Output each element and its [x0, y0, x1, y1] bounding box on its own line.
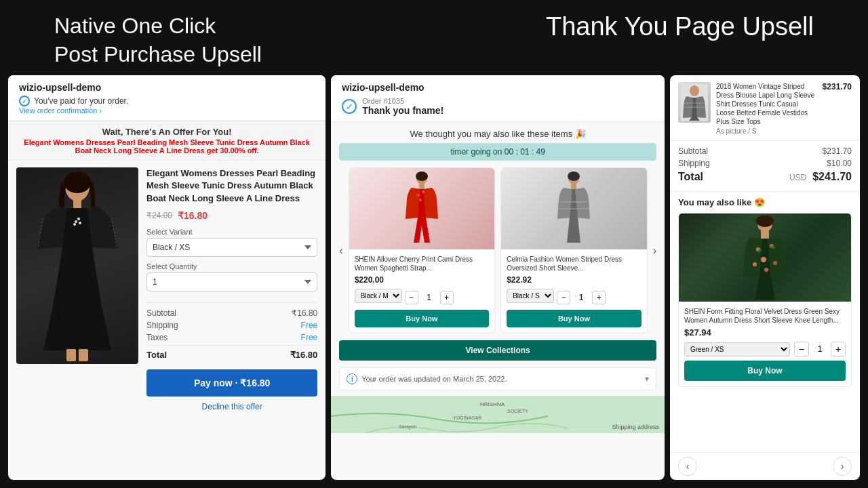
info-icon: i [347, 373, 357, 384]
svg-point-14 [419, 199, 422, 201]
svg-text:SOCIETY: SOCIETY [507, 409, 528, 413]
total-value: ₹16.80 [290, 350, 318, 360]
lp-paid-text: You've paid for your order. [34, 96, 128, 106]
mp-store-name: wizio-upsell-demo [342, 82, 654, 93]
lp-sale-price: ₹16.80 [178, 210, 208, 221]
mp-map: HRISHNA SOCIETY YOGINAGAR Sarayon Shippi… [331, 396, 665, 433]
mp-view-collections-button[interactable]: View Collections [339, 340, 656, 361]
mp-order-update: i Your order was updated on March 25, 20… [339, 367, 656, 390]
lp-original-price: ₹24.00 [146, 211, 172, 220]
mp-qty-decrease-2[interactable]: − [557, 291, 570, 304]
mp-qty-decrease-1[interactable]: − [405, 291, 418, 304]
rp-subtotal-value: $231.70 [823, 146, 852, 156]
rp-buy-button[interactable]: Buy Now [684, 361, 846, 381]
svg-point-4 [77, 218, 80, 220]
mp-product-card-1: SHEIN Allover Cherry Print Cami Dress Wo… [349, 167, 496, 333]
taxes-value: Free [301, 333, 318, 342]
rp-next-button[interactable]: › [833, 457, 852, 476]
header-right-title: Thank You Page Upsell [546, 12, 814, 41]
svg-rect-8 [79, 349, 88, 361]
svg-text:YOGINAGAR: YOGINAGAR [453, 415, 481, 420]
rp-upsell-name: SHEIN Form Fitting Floral Velvet Dress G… [684, 307, 846, 325]
rp-nav-buttons: ‹ › [670, 452, 860, 480]
svg-point-16 [568, 171, 580, 181]
rp-upsell-controls: Green / XS − 1 + [684, 342, 846, 357]
svg-point-26 [690, 85, 699, 96]
chevron-down-icon: ▾ [645, 374, 649, 384]
svg-point-13 [422, 190, 425, 193]
subtotal-label: Subtotal [146, 308, 176, 318]
mp-qty-increase-2[interactable]: + [592, 291, 606, 304]
mp-buy-btn-1[interactable]: Buy Now [355, 310, 490, 327]
rp-total-label: Total [678, 171, 703, 183]
rp-order-info: 2018 Women Vintage Striped Dress Blouse … [716, 82, 817, 135]
lp-variant-label: Select Variant [146, 228, 317, 236]
mp-header: wizio-upsell-demo ✓ Order #1035 Thank yo… [331, 75, 665, 122]
mp-prod-name-2: Celmia Fashion Women Striped Dress Overs… [507, 255, 642, 272]
rp-qty-val: 1 [813, 344, 827, 354]
mp-order-update-text: Your order was updated on March 25, 2022… [361, 375, 507, 383]
svg-point-3 [75, 220, 77, 223]
shipping-label: Shipping [146, 321, 178, 330]
mp-product-image-2 [501, 168, 647, 249]
taxes-label: Taxes [146, 333, 167, 342]
svg-rect-17 [571, 184, 576, 189]
left-panel: wizio-upsell-demo ✓ You've paid for your… [8, 75, 326, 480]
mp-product-card-2: Celmia Fashion Women Striped Dress Overs… [500, 167, 648, 333]
rp-order-variant: As picture / S [716, 127, 817, 135]
header-left: Native One ClickPost Purchase Upsell [54, 12, 262, 68]
lp-image-wrap [16, 167, 138, 473]
header-left-line2: Post Purchase Upsell [54, 42, 262, 66]
rp-upsell-image [679, 214, 851, 302]
svg-text:HRISHNA: HRISHNA [480, 401, 505, 407]
lp-variant-select[interactable]: Black / XS [146, 238, 317, 257]
rp-order-thumb [678, 82, 711, 123]
rp-upsell-variant-select[interactable]: Green / XS [684, 342, 790, 357]
rp-order-item: 2018 Women Vintage Striped Dress Blouse … [670, 75, 860, 141]
header-right: Thank You Page Upsell [546, 12, 814, 41]
mp-buy-btn-2[interactable]: Buy Now [507, 310, 642, 327]
header-left-line1: Native One Click [54, 14, 216, 38]
mp-thank-you: Thank you fname! [362, 105, 443, 116]
rp-qty-decrease[interactable]: − [794, 342, 809, 357]
lp-decline-link[interactable]: Decline this offer [146, 402, 317, 411]
mp-variant-select-2[interactable]: Black / S [507, 289, 554, 303]
mp-prod-name-1: SHEIN Allover Cherry Print Cami Dress Wo… [355, 255, 490, 272]
mp-variant-select-1[interactable]: Black / M [355, 289, 402, 303]
rp-order-price: $231.70 [823, 82, 852, 92]
lp-pay-button[interactable]: Pay now · ₹16.80 [146, 369, 317, 396]
lp-view-link[interactable]: View order confirmation › [19, 106, 315, 115]
rp-subtotal-label: Subtotal [678, 146, 708, 156]
rp-qty-increase[interactable]: + [831, 342, 846, 357]
mp-shipping-address-label: Shipping address [612, 424, 659, 430]
mp-prod-info-2: Celmia Fashion Women Striped Dress Overs… [501, 249, 647, 333]
lp-header: wizio-upsell-demo ✓ You've paid for your… [8, 75, 326, 121]
mp-prev-button[interactable]: ‹ [339, 204, 342, 298]
mp-qty-val-1: 1 [421, 293, 437, 302]
rp-totals: Subtotal $231.70 Shipping $10.00 Total U… [670, 141, 860, 192]
total-label: Total [146, 350, 167, 360]
mp-products: ‹ SHEIN Al [331, 161, 665, 340]
svg-point-37 [764, 268, 768, 272]
svg-point-6 [79, 222, 81, 224]
mp-prod-info-1: SHEIN Allover Cherry Print Cami Dress Wo… [349, 249, 495, 333]
svg-rect-2 [73, 199, 81, 208]
mp-inline-controls-1: Black / M − 1 + [355, 289, 490, 306]
shipping-value: Free [301, 321, 318, 330]
mp-next-button[interactable]: › [653, 204, 656, 298]
rp-upsell-section: You may also like 😍 [670, 192, 860, 452]
svg-point-35 [773, 261, 777, 265]
svg-rect-11 [419, 184, 425, 189]
mp-prod-price-1: $220.00 [355, 275, 490, 285]
lp-details: Elegant Womens Dresses Pearl Beading Mes… [146, 167, 317, 473]
svg-point-12 [417, 194, 420, 197]
mp-prod-price-2: $22.92 [507, 275, 642, 285]
mid-panel: wizio-upsell-demo ✓ Order #1035 Thank yo… [331, 75, 665, 480]
lp-qty-select[interactable]: 1 [146, 272, 317, 291]
lp-product-image [16, 167, 138, 364]
mp-qty-increase-1[interactable]: + [440, 291, 454, 304]
svg-rect-31 [761, 230, 769, 239]
rp-total-value: USD $241.70 [789, 171, 852, 183]
rp-prev-button[interactable]: ‹ [678, 457, 697, 476]
mp-timer-bar: timer going on 00 : 01 : 49 [339, 143, 656, 161]
